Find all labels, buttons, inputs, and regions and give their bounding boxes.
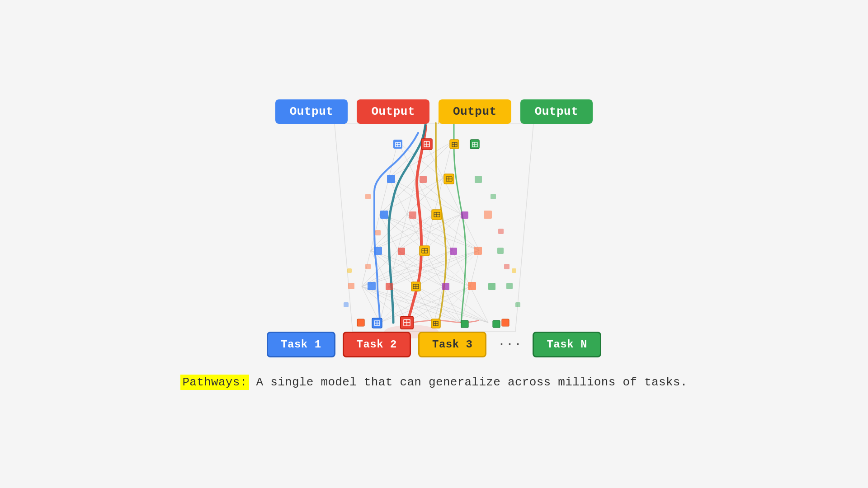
svg-line-23 (416, 286, 488, 323)
caption-highlight: Pathways: (180, 375, 249, 390)
svg-rect-132 (398, 248, 405, 255)
neural-network-diagram (298, 115, 570, 341)
svg-rect-143 (380, 211, 388, 219)
caption-text: A single model that can generalize acros… (249, 375, 688, 389)
svg-line-21 (362, 286, 488, 323)
svg-line-77 (389, 178, 434, 214)
svg-rect-196 (498, 229, 504, 234)
svg-line-24 (443, 286, 488, 323)
svg-rect-127 (468, 282, 476, 290)
svg-line-11 (362, 286, 434, 323)
output-box-2: Output (357, 99, 429, 124)
svg-rect-199 (515, 302, 520, 307)
svg-rect-192 (365, 264, 371, 269)
svg-rect-163 (475, 176, 482, 183)
svg-rect-118 (386, 283, 393, 290)
svg-line-6 (362, 286, 407, 323)
svg-rect-193 (375, 230, 381, 235)
svg-rect-154 (387, 175, 395, 183)
task-box-2: Task 2 (343, 332, 411, 357)
svg-rect-117 (368, 282, 376, 290)
svg-rect-194 (365, 194, 371, 199)
svg-line-50 (470, 250, 479, 286)
svg-line-47 (398, 250, 470, 286)
svg-rect-129 (348, 283, 354, 289)
svg-rect-197 (491, 194, 496, 199)
svg-rect-141 (474, 247, 482, 255)
svg-rect-144 (409, 211, 416, 219)
task-box-1: Task 1 (267, 332, 335, 357)
svg-rect-142 (497, 248, 504, 254)
svg-rect-152 (461, 211, 468, 219)
caption: Pathways: A single model that can genera… (180, 375, 687, 389)
svg-line-59 (380, 214, 425, 250)
svg-rect-116 (502, 319, 509, 326)
svg-rect-126 (442, 283, 449, 290)
svg-rect-140 (450, 248, 457, 255)
output-box-4: Output (520, 99, 593, 124)
svg-line-71 (380, 178, 389, 214)
svg-rect-115 (357, 319, 364, 326)
svg-rect-114 (493, 320, 500, 328)
main-container: Output Output Output Output (0, 0, 868, 488)
output-row: Output Output Output Output (275, 99, 593, 124)
svg-rect-128 (488, 283, 495, 290)
task-dots: ··· (494, 337, 525, 352)
task-box-n: Task N (533, 332, 601, 357)
svg-rect-113 (461, 320, 468, 328)
svg-rect-200 (347, 268, 352, 273)
output-box-1: Output (275, 99, 348, 124)
svg-rect-155 (420, 176, 427, 183)
svg-rect-153 (484, 211, 492, 219)
svg-rect-131 (374, 247, 382, 255)
task-box-3: Task 3 (418, 332, 486, 357)
output-box-3: Output (439, 99, 511, 124)
svg-rect-130 (506, 283, 513, 289)
svg-rect-201 (512, 268, 516, 273)
svg-rect-198 (344, 302, 349, 307)
task-row: Task 1 Task 2 Task 3 ··· Task N (267, 332, 601, 357)
svg-rect-195 (504, 264, 509, 269)
svg-line-41 (371, 250, 443, 286)
svg-line-48 (425, 250, 470, 286)
